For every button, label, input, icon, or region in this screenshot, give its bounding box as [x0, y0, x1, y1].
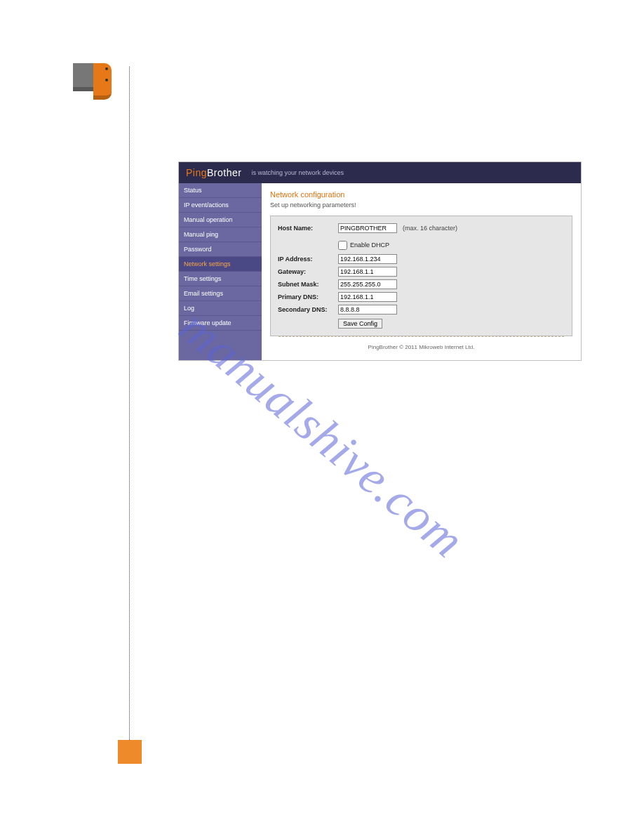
sidebar-item-manual-ping[interactable]: Manual ping [179, 227, 262, 242]
app-body: Status IP event/actions Manual operation… [179, 183, 581, 360]
gateway-label: Gateway: [278, 268, 338, 275]
dhcp-label: Enable DHCP [350, 241, 389, 249]
content-area: Network configuration Set up networking … [262, 183, 581, 360]
hostname-input[interactable] [338, 223, 397, 233]
app-footer: PingBrother © 2011 Mikroweb Internet Ltd… [279, 336, 564, 356]
ip-input[interactable] [338, 254, 397, 264]
content-subtitle: Set up networking parameters! [270, 201, 572, 208]
sidebar-item-ip-events[interactable]: IP event/actions [179, 198, 262, 213]
subnet-label: Subnet Mask: [278, 281, 338, 288]
row-ip: IP Address: [278, 253, 565, 265]
ip-label: IP Address: [278, 256, 338, 263]
sidebar: Status IP event/actions Manual operation… [179, 183, 262, 360]
dns1-label: Primary DNS: [278, 293, 338, 300]
row-gateway: Gateway: [278, 265, 565, 278]
brand-brother: Brother [207, 167, 241, 178]
vertical-divider [129, 67, 130, 764]
save-config-button[interactable]: Save Config [338, 319, 382, 329]
row-hostname: Host Name: (max. 16 character) [278, 222, 565, 234]
subnet-input[interactable] [338, 279, 397, 289]
hostname-label: Host Name: [278, 225, 338, 232]
dhcp-checkbox[interactable] [338, 241, 347, 250]
brand-logo [73, 63, 112, 102]
gateway-input[interactable] [338, 267, 397, 277]
hostname-note: (max. 16 character) [403, 225, 457, 232]
content-title: Network configuration [270, 190, 572, 199]
row-dhcp: Enable DHCP [278, 239, 565, 251]
sidebar-item-status[interactable]: Status [179, 183, 262, 198]
sidebar-item-password[interactable]: Password [179, 242, 262, 257]
sidebar-item-time-settings[interactable]: Time settings [179, 272, 262, 286]
screenshot-panel: PingBrother is watching your network dev… [178, 161, 582, 361]
logo-orange-tab [93, 63, 112, 100]
sidebar-item-network-settings[interactable]: Network settings [179, 257, 262, 272]
network-form: Host Name: (max. 16 character) Enable DH… [270, 216, 572, 336]
sidebar-item-log[interactable]: Log [179, 301, 262, 316]
row-dns2: Secondary DNS: [278, 303, 565, 316]
dns2-input[interactable] [338, 305, 397, 315]
dns1-input[interactable] [338, 292, 397, 302]
page-corner-square [118, 740, 142, 764]
brand-tagline: is watching your network devices [251, 169, 344, 176]
row-subnet: Subnet Mask: [278, 278, 565, 291]
app-header: PingBrother is watching your network dev… [179, 162, 581, 183]
sidebar-item-firmware-update[interactable]: Firmware update [179, 316, 262, 331]
sidebar-item-manual-operation[interactable]: Manual operation [179, 213, 262, 227]
row-dns1: Primary DNS: [278, 291, 565, 303]
brand-ping: Ping [186, 167, 207, 178]
sidebar-item-email-settings[interactable]: Email settings [179, 286, 262, 301]
dns2-label: Secondary DNS: [278, 306, 338, 313]
